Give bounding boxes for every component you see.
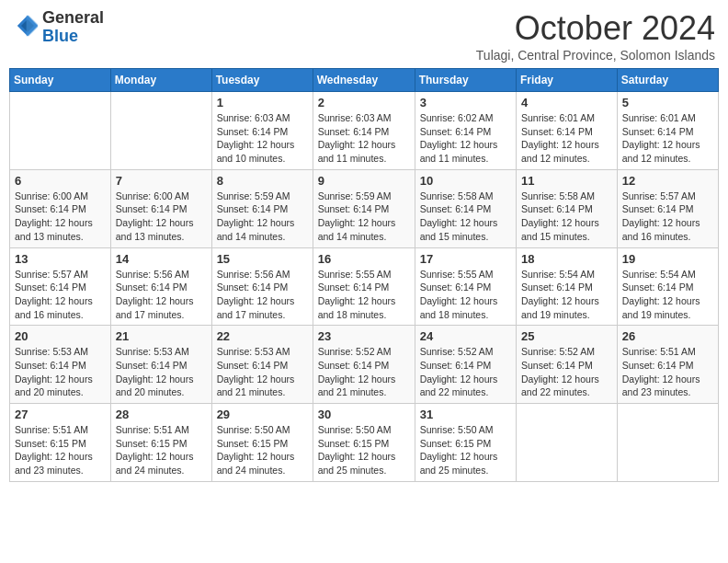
day-info: Sunrise: 5:53 AM Sunset: 6:14 PM Dayligh… <box>15 345 106 399</box>
svg-marker-2 <box>27 16 39 36</box>
day-number: 30 <box>318 408 410 421</box>
day-number: 21 <box>116 329 207 343</box>
day-of-week-header: Wednesday <box>313 69 415 92</box>
calendar-cell: 21Sunrise: 5:53 AM Sunset: 6:14 PM Dayli… <box>110 326 211 404</box>
day-number: 14 <box>116 252 207 266</box>
calendar-cell: 15Sunrise: 5:56 AM Sunset: 6:14 PM Dayli… <box>211 247 313 326</box>
day-info: Sunrise: 6:01 AM Sunset: 6:14 PM Dayligh… <box>521 111 612 166</box>
day-info: Sunrise: 5:53 AM Sunset: 6:14 PM Dayligh… <box>116 345 207 399</box>
day-number: 29 <box>217 408 308 421</box>
calendar-cell <box>617 404 718 482</box>
day-info: Sunrise: 5:54 AM Sunset: 6:14 PM Dayligh… <box>622 268 713 322</box>
day-info: Sunrise: 5:52 AM Sunset: 6:14 PM Dayligh… <box>420 345 511 399</box>
calendar-week-row: 1Sunrise: 6:03 AM Sunset: 6:14 PM Daylig… <box>10 92 719 170</box>
calendar-cell <box>10 92 111 170</box>
day-info: Sunrise: 5:51 AM Sunset: 6:15 PM Dayligh… <box>116 423 207 477</box>
calendar-week-row: 20Sunrise: 5:53 AM Sunset: 6:14 PM Dayli… <box>10 326 719 404</box>
calendar-cell: 16Sunrise: 5:55 AM Sunset: 6:14 PM Dayli… <box>313 247 415 326</box>
day-number: 13 <box>15 252 106 266</box>
calendar-cell: 7Sunrise: 6:00 AM Sunset: 6:14 PM Daylig… <box>110 169 211 247</box>
calendar-cell: 5Sunrise: 6:01 AM Sunset: 6:14 PM Daylig… <box>617 92 718 170</box>
calendar-cell: 22Sunrise: 5:53 AM Sunset: 6:14 PM Dayli… <box>211 326 313 404</box>
calendar-cell: 25Sunrise: 5:52 AM Sunset: 6:14 PM Dayli… <box>517 326 618 404</box>
day-number: 11 <box>521 174 612 188</box>
day-number: 23 <box>318 329 410 343</box>
day-info: Sunrise: 5:51 AM Sunset: 6:15 PM Dayligh… <box>15 423 106 477</box>
day-info: Sunrise: 5:58 AM Sunset: 6:14 PM Dayligh… <box>521 190 612 244</box>
day-number: 19 <box>622 252 713 266</box>
day-number: 31 <box>420 408 511 421</box>
day-number: 26 <box>622 329 713 343</box>
logo-blue-text: Blue <box>42 27 78 45</box>
day-of-week-header: Thursday <box>415 69 516 92</box>
day-info: Sunrise: 5:56 AM Sunset: 6:14 PM Dayligh… <box>217 268 308 322</box>
day-number: 25 <box>521 329 612 343</box>
calendar-cell: 11Sunrise: 5:58 AM Sunset: 6:14 PM Dayli… <box>517 169 618 247</box>
day-number: 15 <box>217 252 308 266</box>
calendar-cell: 6Sunrise: 6:00 AM Sunset: 6:14 PM Daylig… <box>10 169 111 247</box>
day-info: Sunrise: 5:53 AM Sunset: 6:14 PM Dayligh… <box>217 345 308 399</box>
calendar-week-row: 13Sunrise: 5:57 AM Sunset: 6:14 PM Dayli… <box>10 247 719 326</box>
day-number: 8 <box>217 174 308 188</box>
calendar-cell: 10Sunrise: 5:58 AM Sunset: 6:14 PM Dayli… <box>415 169 516 247</box>
calendar-cell: 26Sunrise: 5:51 AM Sunset: 6:14 PM Dayli… <box>617 326 718 404</box>
day-info: Sunrise: 5:58 AM Sunset: 6:14 PM Dayligh… <box>420 190 511 244</box>
day-info: Sunrise: 6:03 AM Sunset: 6:14 PM Dayligh… <box>217 111 308 166</box>
day-info: Sunrise: 6:01 AM Sunset: 6:14 PM Dayligh… <box>622 111 713 166</box>
day-of-week-header: Friday <box>517 69 618 92</box>
calendar-table: SundayMondayTuesdayWednesdayThursdayFrid… <box>9 68 719 482</box>
day-info: Sunrise: 5:51 AM Sunset: 6:14 PM Dayligh… <box>622 345 713 399</box>
day-of-week-header: Saturday <box>617 69 718 92</box>
logo: General Blue <box>13 9 104 46</box>
day-info: Sunrise: 6:00 AM Sunset: 6:14 PM Dayligh… <box>116 190 207 244</box>
day-info: Sunrise: 5:50 AM Sunset: 6:15 PM Dayligh… <box>217 423 308 477</box>
day-number: 3 <box>420 96 511 109</box>
calendar-cell: 3Sunrise: 6:02 AM Sunset: 6:14 PM Daylig… <box>415 92 516 170</box>
day-number: 17 <box>420 252 511 266</box>
logo-icon <box>15 13 40 39</box>
day-info: Sunrise: 5:50 AM Sunset: 6:15 PM Dayligh… <box>420 423 511 477</box>
calendar-cell: 24Sunrise: 5:52 AM Sunset: 6:14 PM Dayli… <box>415 326 516 404</box>
day-number: 24 <box>420 329 511 343</box>
calendar-week-row: 6Sunrise: 6:00 AM Sunset: 6:14 PM Daylig… <box>10 169 719 247</box>
day-info: Sunrise: 5:52 AM Sunset: 6:14 PM Dayligh… <box>318 345 410 399</box>
calendar-cell: 1Sunrise: 6:03 AM Sunset: 6:14 PM Daylig… <box>211 92 313 170</box>
day-number: 2 <box>318 96 410 109</box>
day-number: 9 <box>318 174 410 188</box>
calendar-cell: 17Sunrise: 5:55 AM Sunset: 6:14 PM Dayli… <box>415 247 516 326</box>
calendar-cell <box>517 404 618 482</box>
day-info: Sunrise: 5:59 AM Sunset: 6:14 PM Dayligh… <box>217 190 308 244</box>
page-header: General Blue October 2024 Tulagi, Centra… <box>9 9 719 63</box>
title-block: October 2024 Tulagi, Central Province, S… <box>476 9 715 63</box>
calendar-cell: 12Sunrise: 5:57 AM Sunset: 6:14 PM Dayli… <box>617 169 718 247</box>
calendar-cell: 19Sunrise: 5:54 AM Sunset: 6:14 PM Dayli… <box>617 247 718 326</box>
calendar-cell: 9Sunrise: 5:59 AM Sunset: 6:14 PM Daylig… <box>313 169 415 247</box>
day-of-week-header: Monday <box>110 69 211 92</box>
day-info: Sunrise: 6:00 AM Sunset: 6:14 PM Dayligh… <box>15 190 106 244</box>
day-of-week-header: Sunday <box>10 69 111 92</box>
calendar-cell: 14Sunrise: 5:56 AM Sunset: 6:14 PM Dayli… <box>110 247 211 326</box>
calendar-cell: 23Sunrise: 5:52 AM Sunset: 6:14 PM Dayli… <box>313 326 415 404</box>
day-number: 4 <box>521 96 612 109</box>
calendar-cell: 18Sunrise: 5:54 AM Sunset: 6:14 PM Dayli… <box>517 247 618 326</box>
day-number: 10 <box>420 174 511 188</box>
day-info: Sunrise: 5:55 AM Sunset: 6:14 PM Dayligh… <box>420 268 511 322</box>
day-number: 12 <box>622 174 713 188</box>
day-number: 16 <box>318 252 410 266</box>
calendar-cell <box>110 92 211 170</box>
day-number: 20 <box>15 329 106 343</box>
day-number: 22 <box>217 329 308 343</box>
calendar-cell: 2Sunrise: 6:03 AM Sunset: 6:14 PM Daylig… <box>313 92 415 170</box>
day-number: 7 <box>116 174 207 188</box>
calendar-cell: 13Sunrise: 5:57 AM Sunset: 6:14 PM Dayli… <box>10 247 111 326</box>
day-number: 28 <box>116 408 207 421</box>
location-title: Tulagi, Central Province, Solomon Island… <box>476 48 715 63</box>
day-number: 1 <box>217 96 308 109</box>
calendar-header-row: SundayMondayTuesdayWednesdayThursdayFrid… <box>10 69 719 92</box>
day-info: Sunrise: 5:52 AM Sunset: 6:14 PM Dayligh… <box>521 345 612 399</box>
day-info: Sunrise: 5:54 AM Sunset: 6:14 PM Dayligh… <box>521 268 612 322</box>
calendar-cell: 30Sunrise: 5:50 AM Sunset: 6:15 PM Dayli… <box>313 404 415 482</box>
logo-general-text: General <box>42 8 104 27</box>
month-title: October 2024 <box>476 9 715 48</box>
day-info: Sunrise: 6:02 AM Sunset: 6:14 PM Dayligh… <box>420 111 511 166</box>
